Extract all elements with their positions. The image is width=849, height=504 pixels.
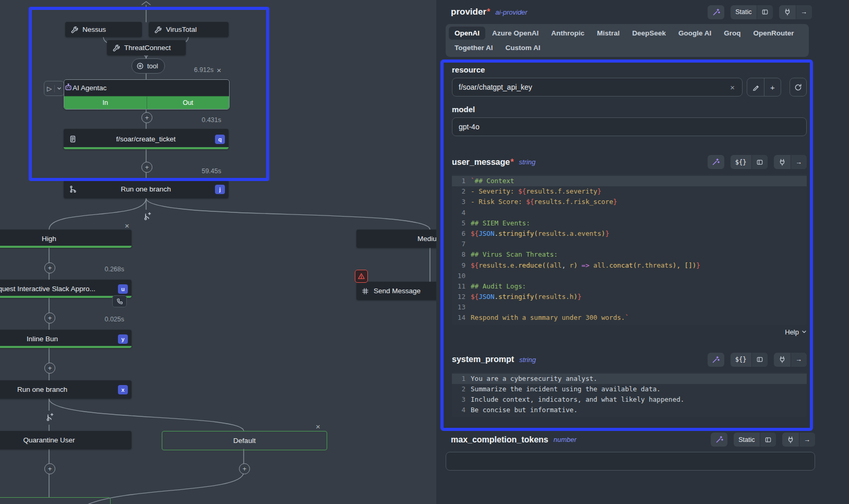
ai-wand-button[interactable] <box>708 155 724 169</box>
tab-anthropic[interactable]: Anthropic <box>545 27 590 40</box>
node-inline-bun[interactable]: Inline Bun y <box>0 330 131 348</box>
add-step-button[interactable]: + <box>141 112 152 123</box>
tool-pill[interactable]: tool <box>131 58 165 74</box>
tab-google-ai[interactable]: Google AI <box>673 27 717 40</box>
node-partial-bottom[interactable] <box>0 497 111 504</box>
tab-groq[interactable]: Groq <box>718 27 746 40</box>
chevron-down-icon[interactable] <box>54 85 64 92</box>
plug-icon[interactable] <box>774 353 791 367</box>
code-line: 5## SIEM Events: <box>452 218 807 229</box>
duration-slack: 0.268s <box>104 266 124 273</box>
node-create-ticket[interactable]: f/soar/create_ticket q <box>64 129 229 149</box>
node-label: Default <box>162 437 327 445</box>
node-send-message[interactable]: Send Message <box>356 282 436 300</box>
add-step-button[interactable]: + <box>44 313 55 323</box>
close-icon[interactable]: × <box>217 66 221 74</box>
arrow-right-icon[interactable]: → <box>791 353 807 367</box>
ai-wand-button[interactable] <box>708 5 724 19</box>
workflow-editor-app: Nessus VirusTotal ThreatConnect tool 6.9… <box>0 0 849 504</box>
run-node-button[interactable]: ▷ <box>44 81 64 96</box>
add-resource-button[interactable]: + <box>764 78 781 96</box>
add-step-button[interactable]: + <box>141 162 152 173</box>
refresh-resource-button[interactable] <box>790 78 807 97</box>
node-label: Quarantine User <box>0 436 131 444</box>
connect-input-group: → <box>782 433 816 447</box>
flow-edges <box>0 0 436 504</box>
panel-toggle-icon[interactable] <box>760 433 776 447</box>
user-message-editor[interactable]: 1`## Context2- Severity: ${results.f.sev… <box>452 174 807 325</box>
static-mode-button[interactable]: Static <box>731 5 756 19</box>
panel-toggle-icon[interactable] <box>751 155 768 169</box>
node-threatconnect[interactable]: ThreatConnect <box>107 40 186 55</box>
remove-branch-icon[interactable]: × <box>316 423 320 430</box>
code-line: 1You are a cybersecurity analyst. <box>452 374 807 384</box>
ai-wand-button[interactable] <box>711 433 727 447</box>
code-line: 1`## Context <box>452 176 807 186</box>
tab-together-ai[interactable]: Together AI <box>449 41 499 54</box>
node-branch-high[interactable]: High <box>0 230 131 248</box>
node-quarantine-user[interactable]: Quarantine User <box>0 431 131 449</box>
phone-badge <box>112 295 127 307</box>
node-run-one-branch-1[interactable]: Run one branch j <box>64 180 229 198</box>
node-virustotal[interactable]: VirusTotal <box>149 22 229 37</box>
node-label: Run one branch <box>77 185 215 193</box>
field-title-provider: provider <box>451 7 486 17</box>
add-branch-button[interactable] <box>42 411 56 425</box>
arrow-right-icon[interactable]: → <box>799 433 816 447</box>
workflow-canvas[interactable]: Nessus VirusTotal ThreatConnect tool 6.9… <box>0 0 436 504</box>
node-run-one-branch-2[interactable]: Run one branch x <box>0 380 131 399</box>
tab-deepseek[interactable]: DeepSeek <box>627 27 672 40</box>
arrow-right-icon[interactable]: → <box>796 5 812 19</box>
panel-toggle-icon[interactable] <box>757 5 773 19</box>
interpolate-mode-button[interactable]: ${} <box>731 353 751 367</box>
code-line: 2Summarize the incident using the availa… <box>452 384 807 394</box>
editor-help[interactable]: Help <box>452 328 807 336</box>
max-tokens-input[interactable] <box>446 452 815 470</box>
add-step-button[interactable]: + <box>44 262 55 273</box>
model-input[interactable] <box>452 118 806 136</box>
node-label: High <box>0 235 131 243</box>
node-slack-approval[interactable]: Request Interactive Slack Appro... u <box>0 280 131 298</box>
remove-branch-icon[interactable]: × <box>125 222 129 230</box>
add-step-button[interactable]: + <box>239 463 250 474</box>
wrench-icon <box>112 44 120 52</box>
panel-toggle-icon[interactable] <box>751 353 768 367</box>
tab-openai[interactable]: OpenAI <box>449 27 485 40</box>
node-label: Send Message <box>369 287 436 295</box>
edit-resource-button[interactable] <box>747 78 764 96</box>
tab-mistral[interactable]: Mistral <box>591 27 626 40</box>
agent-in-label[interactable]: In <box>64 97 147 109</box>
tab-custom-ai[interactable]: Custom AI <box>500 41 546 54</box>
node-branch-medium[interactable]: Medium <box>356 230 436 248</box>
max-tokens-input-wrap <box>446 452 815 471</box>
add-step-button[interactable]: + <box>44 363 55 374</box>
resource-input[interactable] <box>452 78 742 96</box>
agent-out-label[interactable]: Out <box>147 97 230 109</box>
clear-resource-icon[interactable]: × <box>727 82 738 92</box>
tool-pill-label: tool <box>147 62 158 70</box>
code-line: 7 <box>452 239 807 249</box>
add-branch-button[interactable] <box>140 210 154 224</box>
plug-icon[interactable] <box>779 5 796 19</box>
connect-input-group: → <box>774 155 807 169</box>
tab-openrouter[interactable]: OpenRouter <box>748 27 800 40</box>
code-line: 3Include context, indicators, and what l… <box>452 394 807 405</box>
type-hint: string <box>519 356 536 364</box>
code-line: 10 <box>452 271 807 281</box>
plug-icon[interactable] <box>774 155 791 169</box>
static-mode-button[interactable]: Static <box>734 433 759 447</box>
node-nessus[interactable]: Nessus <box>65 22 142 37</box>
node-label: Inline Bun <box>0 335 118 343</box>
arrow-right-icon[interactable]: → <box>791 155 807 169</box>
node-branch-default[interactable]: Default <box>162 431 327 450</box>
max-tokens-label: max_completion_tokens <box>451 435 548 445</box>
add-step-button[interactable]: + <box>44 463 55 474</box>
tab-azure-openai[interactable]: Azure OpenAI <box>486 27 544 40</box>
node-ai-agent[interactable]: AI Agent ac In Out <box>64 79 230 110</box>
ai-wand-button[interactable] <box>708 353 724 367</box>
plug-icon[interactable] <box>782 433 799 447</box>
code-line: 3- Risk Score: ${results.f.risk_score} <box>452 197 807 207</box>
interpolate-mode-button[interactable]: ${} <box>731 155 751 169</box>
system-prompt-editor[interactable]: 1You are a cybersecurity analyst.2Summar… <box>452 372 807 417</box>
code-line: 4Be concise but informative. <box>452 405 807 415</box>
